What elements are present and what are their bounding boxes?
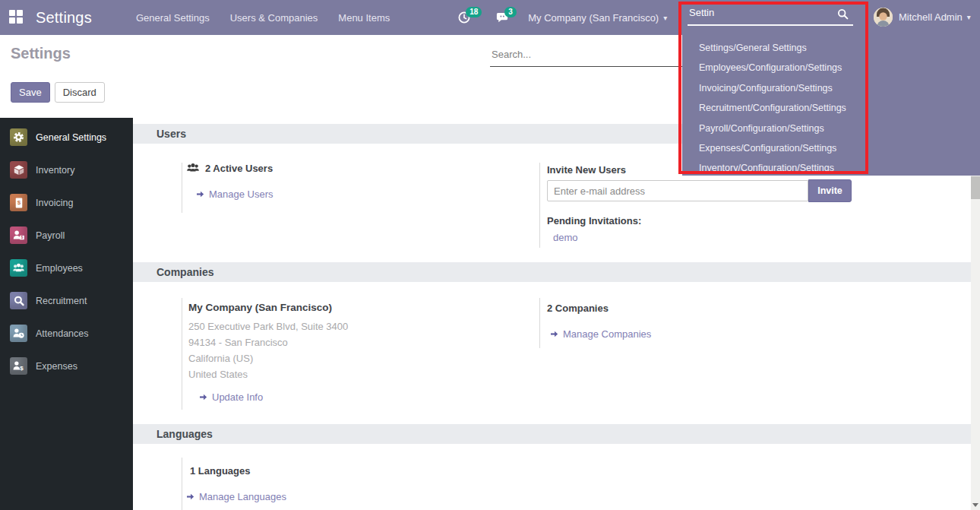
address-line: 94134 - San Francisco — [188, 334, 348, 350]
sidebar-item-recruitment[interactable]: Recruitment — [0, 284, 133, 317]
arrow-right-icon — [199, 393, 208, 401]
arrow-right-icon — [186, 493, 195, 501]
invoice-icon: $ — [10, 194, 27, 211]
search-icon — [837, 8, 849, 23]
address-line: California (US) — [188, 350, 348, 366]
navbar-menu-item[interactable]: Menu Items — [338, 12, 390, 24]
user-name: Mitchell Admin — [899, 11, 963, 23]
invite-row: Invite — [547, 179, 852, 202]
manage-companies-link[interactable]: Manage Companies — [550, 328, 651, 340]
avatar — [874, 8, 893, 27]
settings-sidebar: General SettingsInventory$Invoicing$Payr… — [0, 118, 133, 510]
sidebar-item-expenses[interactable]: $Expenses — [0, 350, 133, 382]
pending-invitations-label: Pending Invitations: — [547, 215, 641, 226]
activity-clock-icon[interactable]: 18 — [457, 11, 471, 24]
section-header-languages: Languages — [133, 424, 971, 444]
company-address: 250 Executive Park Blvd, Suite 340094134… — [188, 318, 348, 382]
expenses-icon: $ — [10, 357, 27, 375]
sidebar-item-invoicing[interactable]: $Invoicing — [0, 186, 133, 219]
divider — [182, 163, 182, 213]
search-result-item[interactable]: Expenses/Configuration/Settings — [682, 138, 980, 158]
odoo-settings-screen: Users 2 Active Users Manage Users Invite… — [0, 0, 980, 510]
divider — [182, 458, 182, 510]
invite-new-users-label: Invite New Users — [547, 164, 626, 176]
sidebar-item-label: Expenses — [36, 361, 77, 372]
active-users-row: 2 Active Users — [186, 162, 273, 174]
divider — [539, 163, 540, 248]
attendance-icon — [10, 325, 27, 342]
menu-search-dropdown: Settings/General SettingsEmployees/Confi… — [682, 35, 980, 176]
messages-badge: 3 — [504, 7, 517, 17]
button-row: Save Discard — [11, 82, 105, 103]
scrollbar-down-arrow-icon[interactable] — [972, 503, 978, 507]
manage-languages-link[interactable]: Manage Languages — [186, 491, 286, 502]
company-switcher[interactable]: My Company (San Francisco) ▾ — [528, 12, 667, 24]
svg-text:$: $ — [17, 199, 21, 206]
company-switcher-label: My Company (San Francisco) — [528, 12, 659, 24]
user-menu[interactable]: Mitchell Admin ▾ — [874, 8, 971, 27]
recruitment-search-icon — [10, 292, 27, 309]
navbar-menu-item[interactable]: General Settings — [136, 12, 210, 24]
address-line: 250 Executive Park Blvd, Suite 3400 — [188, 318, 348, 334]
record-search-input[interactable] — [490, 46, 682, 67]
chevron-down-icon: ▾ — [967, 13, 971, 21]
sidebar-item-label: Attendances — [36, 328, 89, 339]
sidebar-item-label: General Settings — [36, 132, 106, 143]
menu-search-input[interactable] — [688, 5, 853, 26]
messages-bubble-icon[interactable]: 3 — [496, 11, 510, 24]
search-result-item[interactable]: Payroll/Configuration/Settings — [682, 119, 980, 138]
apps-grid-icon[interactable] — [9, 10, 24, 25]
svg-text:$: $ — [21, 235, 23, 239]
menu-search — [688, 5, 861, 26]
company-name: My Company (San Francisco) — [188, 302, 332, 313]
navbar-menu-item[interactable]: Users & Companies — [230, 12, 318, 24]
navbar-menu: General SettingsUsers & CompaniesMenu It… — [136, 12, 410, 24]
sidebar-item-label: Inventory — [36, 165, 74, 176]
svg-text:$: $ — [20, 365, 24, 372]
inventory-box-icon — [10, 161, 27, 179]
divider — [182, 298, 182, 410]
search-result-item[interactable]: Employees/Configuration/Settings — [682, 58, 980, 78]
address-line: United States — [188, 366, 348, 382]
app-title: Settings — [36, 9, 92, 27]
sidebar-item-employees[interactable]: Employees — [0, 252, 133, 284]
employees-icon — [10, 259, 27, 277]
scrollbar-thumb[interactable] — [971, 176, 980, 199]
search-result-item[interactable]: Settings/General Settings — [682, 38, 980, 58]
chevron-down-icon: ▾ — [663, 14, 667, 22]
search-result-item[interactable]: Invoicing/Configuration/Settings — [682, 78, 980, 98]
sidebar-item-attendances[interactable]: Attendances — [0, 317, 133, 350]
companies-count: 2 Companies — [547, 303, 609, 314]
sidebar-item-label: Payroll — [36, 230, 65, 241]
arrow-right-icon — [550, 330, 559, 338]
sidebar-item-payroll[interactable]: $Payroll — [0, 219, 133, 252]
gear-icon — [10, 128, 27, 146]
section-header-companies: Companies — [133, 262, 971, 282]
page-title: Settings — [11, 45, 71, 62]
arrow-right-icon — [196, 190, 205, 198]
sidebar-item-label: Employees — [36, 263, 83, 274]
users-group-icon — [186, 162, 200, 174]
save-button[interactable]: Save — [11, 82, 50, 103]
record-search — [490, 46, 682, 67]
languages-count: 1 Languages — [190, 465, 250, 477]
activity-badge: 18 — [466, 7, 482, 17]
invite-button[interactable]: Invite — [808, 179, 852, 202]
payroll-icon: $ — [10, 226, 27, 244]
active-users-count: 2 Active Users — [205, 163, 273, 174]
discard-button[interactable]: Discard — [55, 82, 105, 103]
divider — [539, 298, 540, 348]
systray: 18 3 — [457, 11, 510, 24]
search-result-item[interactable]: Recruitment/Configuration/Settings — [682, 98, 980, 118]
sidebar-item-general-settings[interactable]: General Settings — [0, 121, 133, 154]
update-info-link[interactable]: Update Info — [199, 391, 263, 403]
sidebar-item-label: Invoicing — [36, 198, 73, 208]
manage-users-link[interactable]: Manage Users — [196, 188, 273, 200]
sidebar-item-label: Recruitment — [36, 296, 87, 306]
search-result-item[interactable]: Inventory/Configuration/Settings — [682, 158, 980, 178]
pending-user-link[interactable]: demo — [553, 232, 578, 243]
invite-email-input[interactable] — [547, 180, 808, 201]
sidebar-item-inventory[interactable]: Inventory — [0, 154, 133, 186]
